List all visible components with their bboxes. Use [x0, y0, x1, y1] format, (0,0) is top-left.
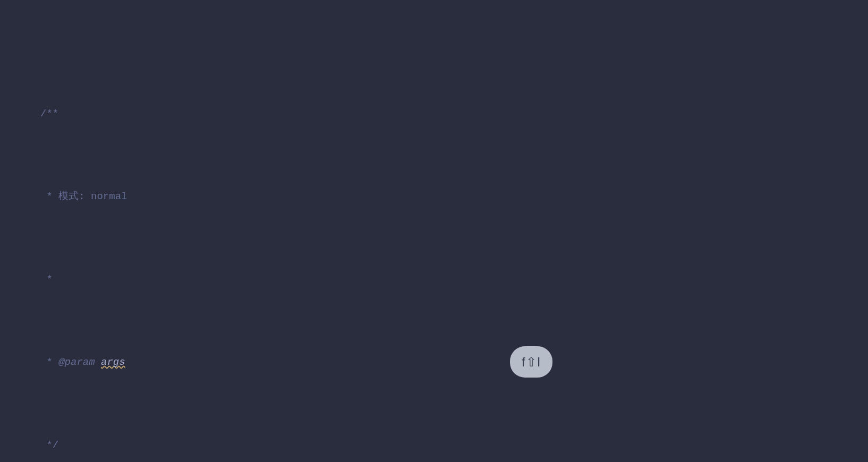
code-line[interactable]: /**: [6, 104, 868, 124]
javadoc-open: /**: [40, 108, 58, 119]
code-line[interactable]: * 模式: normal: [6, 186, 868, 207]
javadoc-param: * @param args: [40, 356, 125, 368]
keycast-text: f⇧I: [522, 352, 541, 372]
keycast-overlay: f⇧I: [510, 346, 552, 378]
javadoc-blank: *: [40, 273, 53, 285]
javadoc-line: * 模式: normal: [40, 191, 127, 202]
javadoc-close: */: [40, 439, 58, 451]
code-line[interactable]: */: [6, 435, 868, 456]
code-line[interactable]: * @param args: [6, 352, 868, 373]
code-line[interactable]: *: [6, 269, 868, 290]
code-editor[interactable]: /** * 模式: normal * * @param args */ publ…: [0, 0, 868, 462]
